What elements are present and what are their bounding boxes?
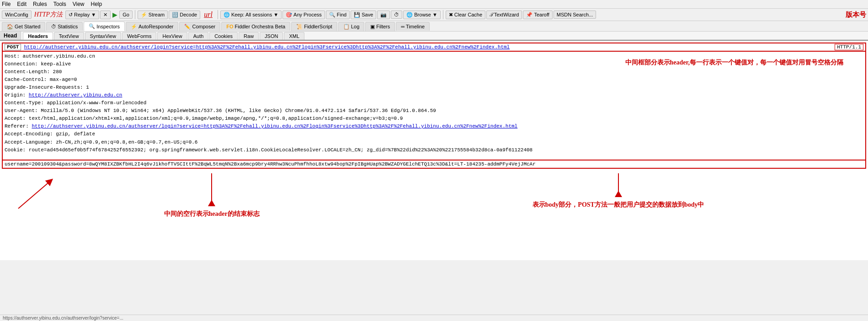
go-arrow: ▶	[112, 11, 117, 18]
any-process-button[interactable]: 🎯 Any Process	[282, 11, 325, 19]
host-header: Host: authserver.yibinu.edu.cn	[5, 53, 863, 60]
clear-cache-icon: ✖	[449, 12, 453, 18]
go-button[interactable]: Go	[119, 11, 133, 19]
tab-statistics-label: Statistics	[58, 24, 78, 29]
tearoff-button[interactable]: 📌 Tearoff	[523, 11, 552, 19]
subtab-textview[interactable]: TextView	[54, 32, 84, 40]
subtab-syntaxview[interactable]: SyntaxView	[85, 32, 121, 40]
tearoff-icon: 📌	[526, 12, 533, 18]
sub-tabs-row: Headers TextView SyntaxView WebForms Hex…	[21, 32, 868, 40]
headers-section: Host: authserver.yibinu.edu.cn Connectio…	[2, 51, 866, 155]
decode-button[interactable]: 🔢 Decode	[169, 11, 200, 19]
tab-filters[interactable]: ▣ Filters	[365, 22, 395, 31]
arrow-shaft-left	[211, 173, 212, 201]
keep-sessions-button[interactable]: 🌐 Keep: All sessions ▼	[220, 11, 282, 19]
menu-rules[interactable]: Rules	[33, 1, 47, 7]
main-tabs-row: 🏠 Get Started ⏱ Statistics 🔍 Inspectors …	[0, 21, 868, 32]
tab-fiddlerscript[interactable]: 📜 FiddlerScript	[291, 22, 337, 31]
msdn-button[interactable]: MSDN Search...	[554, 11, 596, 19]
arrow-up-right	[615, 173, 622, 197]
find-button[interactable]: 🔍 Find	[326, 11, 350, 19]
tab-autoresponder-label: AutoResponder	[138, 24, 173, 29]
origin-url: http://authserver.yibinu.edu.cn	[29, 92, 122, 98]
arrow-up-left	[208, 173, 215, 206]
tab-composer[interactable]: ✏️ Composer	[179, 22, 220, 31]
decode-icon: 🔢	[172, 12, 178, 18]
replay-button[interactable]: ↺ Replay ▼	[65, 11, 99, 19]
autoresponder-icon: ⚡	[131, 24, 137, 30]
origin-header: Origin: http://authserver.yibinu.edu.cn	[5, 91, 863, 99]
subtab-cookies[interactable]: Cookies	[209, 32, 238, 40]
subtab-auth[interactable]: Auth	[188, 32, 209, 40]
timer-icon: ⏱	[394, 12, 399, 17]
tab-timeline[interactable]: ═ Timeline	[396, 22, 430, 31]
save-button[interactable]: 💾 Save	[351, 11, 376, 19]
subtab-hexview[interactable]: HexView	[157, 32, 187, 40]
x-button[interactable]: ✕	[100, 11, 111, 19]
url-annotation: url	[204, 11, 213, 18]
stream-label: Stream	[149, 12, 165, 17]
main-content: POST http://authserver.yibinu.edu.cn/aut…	[0, 41, 868, 260]
tab-composer-label: Composer	[192, 24, 215, 29]
save-icon: 💾	[354, 12, 360, 18]
tab-get-started[interactable]: 🏠 Get Started	[2, 22, 45, 31]
tab-fiddler-orchestra-label: Fiddler Orchestra Beta	[235, 24, 286, 29]
request-url: http://authserver.yibinu.edu.cn/authserv…	[24, 44, 833, 50]
browse-button[interactable]: 🌐 Browse ▼	[403, 11, 441, 19]
tab-statistics[interactable]: ⏱ Statistics	[46, 22, 83, 31]
tab-timeline-label: Timeline	[406, 24, 425, 29]
menu-view[interactable]: View	[73, 1, 85, 7]
separator-2	[218, 10, 218, 19]
screenshot-icon: 📷	[380, 12, 387, 18]
tab-fiddler-orchestra[interactable]: FO Fiddler Orchestra Beta	[221, 22, 290, 31]
replay-dropdown-icon: ▼	[91, 12, 96, 17]
toolbar: WinConfig HTTP方法 ↺ Replay ▼ ✕ ▶ Go ⚡ Str…	[0, 9, 868, 21]
keep-dropdown-icon: ▼	[273, 12, 278, 17]
tab-fiddlerscript-label: FiddlerScript	[304, 24, 332, 29]
tab-autoresponder[interactable]: ⚡ AutoResponder	[126, 22, 178, 31]
stream-button[interactable]: ⚡ Stream	[138, 11, 168, 19]
subtab-webforms[interactable]: WebForms	[122, 32, 157, 40]
any-process-icon: 🎯	[286, 12, 292, 18]
tab-log[interactable]: 📋 Log	[338, 22, 364, 31]
keep-sessions-icon: 🌐	[224, 12, 230, 18]
menu-tools[interactable]: Tools	[53, 1, 66, 7]
head-panel-label: Head	[0, 32, 21, 40]
subtab-xml[interactable]: XML	[284, 32, 304, 40]
keep-sessions-label: Keep: All sessions	[231, 12, 272, 17]
textwizard-button[interactable]: 𝒯 TextWizard	[486, 11, 522, 19]
empty-line-annotation-text: 中间的空行表示header的结束标志	[164, 210, 260, 218]
browse-dropdown-icon: ▼	[432, 12, 437, 17]
composer-icon: ✏️	[184, 24, 191, 30]
tearoff-label: Tearoff	[534, 12, 549, 17]
subtab-json[interactable]: JSON	[260, 32, 283, 40]
body-section: username=200109304&password=8wQYM8IXZBKf…	[2, 160, 866, 169]
arrowhead-up-right	[615, 191, 622, 197]
winconfig-button[interactable]: WinConfig	[2, 11, 32, 19]
tab-inspectors[interactable]: 🔍 Inspectors	[84, 21, 125, 31]
request-area: POST http://authserver.yibinu.edu.cn/aut…	[2, 43, 866, 169]
find-icon: 🔍	[329, 12, 335, 18]
screenshot-button[interactable]: 📷	[377, 11, 390, 19]
post-line: POST http://authserver.yibinu.edu.cn/aut…	[2, 43, 866, 51]
tab-get-started-label: Get Started	[15, 24, 40, 29]
timer-button[interactable]: ⏱	[391, 11, 402, 19]
menu-file[interactable]: File	[2, 1, 11, 7]
arrow-shaft-right	[618, 173, 619, 192]
textwizard-icon: 𝒯	[490, 12, 493, 18]
tab-filters-label: Filters	[376, 24, 390, 29]
textwizard-label: TextWizard	[494, 12, 519, 17]
menu-help[interactable]: Help	[91, 1, 102, 7]
any-process-label: Any Process	[293, 12, 322, 17]
upgrade-insecure-header: Upgrade-Insecure-Requests: 1	[5, 84, 863, 91]
menu-edit[interactable]: Edit	[17, 1, 27, 7]
statistics-icon: ⏱	[51, 24, 56, 29]
winconfig-label: WinConfig	[5, 12, 28, 17]
clear-cache-button[interactable]: ✖ Clear Cache	[446, 11, 485, 19]
find-label: Find	[337, 12, 346, 17]
http-version: HTTP/1.1	[835, 44, 863, 50]
tab-inspectors-label: Inspectors	[96, 24, 120, 29]
subtab-headers[interactable]: Headers	[23, 32, 53, 40]
body-annotation-text: 表示body部分，POST方法一般把用户提交的数据放到body中	[533, 201, 704, 209]
subtab-raw[interactable]: Raw	[239, 32, 259, 40]
